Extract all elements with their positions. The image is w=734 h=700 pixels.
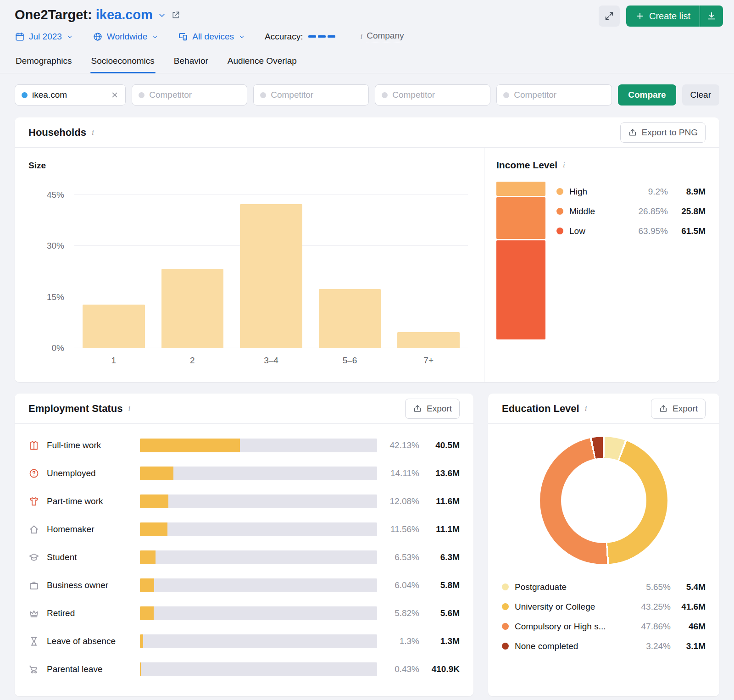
expand-icon (604, 11, 614, 21)
export-icon (659, 404, 668, 413)
student-icon (28, 552, 39, 563)
page-header: One2Target: ikea.com Create list (0, 0, 734, 22)
devices-icon (178, 32, 188, 42)
audience-type-value[interactable]: Company (367, 31, 404, 42)
size-category-label: 3–4 (232, 356, 311, 366)
page-title: One2Target: ikea.com (15, 7, 153, 22)
external-link-icon[interactable] (171, 11, 180, 20)
homemaker-icon (28, 524, 39, 535)
legend-row: Low63.95%61.5M (556, 221, 706, 241)
income-segment (496, 182, 545, 196)
employment-header: Employment Status i Export (15, 394, 473, 424)
size-bar (161, 269, 224, 348)
education-legend: Postgraduate5.65%5.4MUniversity or Colle… (502, 577, 706, 656)
employment-label: Homemaker (47, 524, 140, 534)
legend-dot-icon (556, 228, 563, 234)
legend-label: None completed (515, 641, 623, 651)
legend-label: University or College (515, 602, 623, 612)
tab-behavior[interactable]: Behavior (173, 52, 209, 73)
date-filter[interactable]: Jul 2023 (15, 32, 73, 42)
unemployed-icon (28, 468, 39, 479)
accuracy-dash (318, 35, 326, 38)
education-export-button[interactable]: Export (651, 399, 706, 419)
employment-value: 5.6M (419, 608, 460, 618)
education-level-card: Education Level i Export Postgraduate5.6… (488, 394, 719, 696)
export-to-png-button[interactable]: Export to PNG (620, 122, 706, 143)
income-legend: High9.2%8.9MMiddle26.85%25.8MLow63.95%61… (556, 182, 706, 339)
size-bar-slot: 1 (74, 195, 153, 348)
download-icon (706, 11, 717, 21)
employment-bar-track (140, 522, 377, 536)
compare-button[interactable]: Compare (618, 84, 676, 106)
chevron-down-icon (238, 33, 245, 40)
competitor-input[interactable] (149, 90, 240, 100)
employment-label: Parental leave (47, 664, 140, 674)
employment-percent: 1.3% (377, 636, 419, 646)
size-bar-slot: 2 (153, 195, 232, 348)
legend-value: 3.1M (671, 641, 706, 651)
devices-filter[interactable]: All devices (178, 32, 245, 42)
competitor-input-box[interactable] (375, 84, 490, 106)
info-icon[interactable]: i (92, 128, 94, 137)
tab-audience-overlap[interactable]: Audience Overlap (227, 52, 298, 73)
size-bar-slot: 5–6 (311, 195, 389, 348)
size-bar-slot: 7+ (389, 195, 468, 348)
analyzed-domain[interactable]: ikea.com (96, 7, 153, 22)
legend-row: Postgraduate5.65%5.4M (502, 577, 706, 597)
legend-dot-icon (502, 583, 509, 590)
competitor-input[interactable] (392, 90, 484, 100)
tool-name: One2Target: (15, 7, 92, 22)
info-icon[interactable]: i (563, 161, 565, 170)
employment-bar-track (140, 578, 377, 592)
competitor-input[interactable] (514, 90, 605, 100)
part-time-icon (28, 496, 39, 507)
competitor-input-box[interactable] (253, 84, 369, 106)
employment-percent: 12.08% (377, 496, 419, 506)
household-size-section: Size 0%15%30%45%123–45–67+ (15, 148, 484, 382)
info-icon[interactable]: i (128, 404, 130, 413)
main-domain-chip[interactable]: ikea.com (15, 84, 126, 106)
clear-button[interactable]: Clear (682, 84, 719, 106)
size-bar (240, 204, 302, 348)
competitor-input-box[interactable] (496, 84, 612, 106)
employment-rows: Full-time work42.13%40.5MUnemployed14.11… (15, 424, 473, 683)
legend-value: 5.4M (671, 582, 706, 592)
devices-filter-value: All devices (192, 32, 234, 42)
legend-dot-icon (502, 603, 509, 610)
employment-row: Leave of absence1.3%1.3M (28, 627, 460, 655)
tab-demographics[interactable]: Demographics (15, 52, 73, 73)
location-filter[interactable]: Worldwide (93, 32, 159, 42)
education-donut-chart (540, 437, 667, 564)
legend-value: 8.9M (668, 187, 706, 197)
create-list-split-button: Create list (626, 6, 723, 27)
competitor-dot-icon (503, 92, 509, 98)
legend-percent: 5.65% (623, 582, 671, 592)
employment-value: 13.6M (419, 468, 460, 478)
legend-value: 46M (671, 622, 706, 632)
close-icon[interactable] (111, 91, 119, 99)
chevron-down-icon[interactable] (157, 11, 167, 20)
employment-export-label: Export (427, 404, 452, 414)
size-bar (397, 332, 460, 348)
employment-label: Leave of absence (47, 636, 140, 646)
size-ytick-label: 45% (47, 190, 64, 200)
legend-label: High (569, 187, 620, 197)
employment-export-button[interactable]: Export (405, 399, 460, 419)
create-list-button[interactable]: Create list (626, 6, 700, 27)
domain-selector-row: ikea.com Compare Clear (15, 84, 719, 106)
expand-button[interactable] (599, 6, 620, 27)
employment-value: 11.6M (419, 496, 460, 506)
competitor-input-box[interactable] (132, 84, 247, 106)
download-button[interactable] (700, 6, 723, 27)
employment-bar-fill (140, 662, 141, 676)
employment-bar-track (140, 662, 377, 676)
competitor-input[interactable] (271, 90, 362, 100)
employment-value: 410.9K (419, 664, 460, 674)
tab-socioeconomics[interactable]: Socioeconomics (90, 52, 156, 73)
domain-dot-icon (22, 92, 28, 98)
info-icon[interactable]: i (585, 404, 587, 413)
employment-bar-fill (140, 494, 168, 508)
info-icon[interactable]: i (360, 32, 362, 41)
audience-type-selector[interactable]: i Company (355, 31, 404, 42)
employment-percent: 6.53% (377, 552, 419, 562)
